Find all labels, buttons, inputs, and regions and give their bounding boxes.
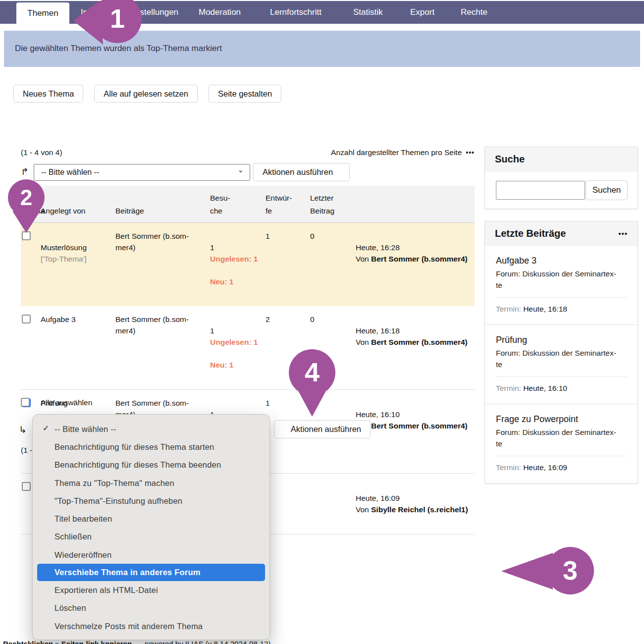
drafts-count: 0: [310, 223, 356, 249]
row-checkbox[interactable]: [22, 482, 31, 491]
new-count: Neu: 1: [210, 276, 263, 287]
latest-post-time: Heute, 16:10: [523, 384, 567, 392]
last-post-time: Heute, 16:10: [356, 410, 400, 419]
menu-item-bitte-waehlen[interactable]: ✓ -- Bitte wählen --: [33, 420, 269, 438]
menu-item-exportieren-html[interactable]: Exportieren als HTML-Datei: [33, 581, 269, 599]
latest-post-forum: Forum: Diskussion der Seminartex- te: [496, 268, 627, 291]
per-page-label: Anzahl dargestellter Themen pro Seite: [331, 148, 462, 157]
topic-link[interactable]: Aufgabe 3: [41, 315, 76, 323]
execute-actions-button[interactable]: Aktionen ausführen: [253, 163, 350, 181]
apply-to-selection-icon-bottom: ↳: [19, 424, 27, 435]
latest-post-time: Heute, 16:18: [523, 305, 567, 313]
search-input[interactable]: [496, 181, 585, 200]
unread-count: Ungelesen: 1: [210, 253, 263, 265]
pagination-row: (1 - 4 von 4) Anzahl dargestellter Theme…: [21, 148, 475, 157]
posts-count: 1: [210, 326, 215, 335]
last-post-time: Heute, 16:18: [356, 326, 400, 335]
bulk-action-select-value: -- Bitte wählen --: [41, 168, 99, 177]
menu-item-titel-bearbeiten[interactable]: Titel bearbeiten: [33, 510, 269, 528]
mark-all-read-button[interactable]: Alle auf gelesen setzen: [94, 85, 198, 103]
latest-post-link[interactable]: Aufgabe 3: [496, 256, 627, 266]
bulk-action-dropdown-menu: ✓ -- Bitte wählen -- Benachrichtigung fü…: [32, 414, 270, 640]
tab-export[interactable]: Export: [410, 1, 434, 24]
footer-powered-by: powered by ILIAS (v 8.14 2024-08-12): [145, 640, 270, 644]
forum-admin-page: Themen Info Einstellungen Moderation Ler…: [0, 0, 644, 644]
unread-count: Ungelesen: 1: [210, 336, 263, 348]
tab-themen[interactable]: Themen: [16, 2, 69, 24]
row-checkbox[interactable]: [22, 231, 31, 240]
menu-item-top-thema-machen[interactable]: Thema zu "Top-Thema" machen: [33, 474, 269, 492]
tab-lernfortschritt[interactable]: Lernfortschritt: [270, 1, 322, 24]
row-checkbox[interactable]: [22, 315, 31, 323]
menu-item-schliessen[interactable]: Schließen: [33, 528, 269, 546]
tab-moderation[interactable]: Moderation: [199, 1, 241, 24]
svg-text:3: 3: [563, 555, 578, 585]
col-beitraege: Beiträge: [115, 205, 210, 222]
bulk-action-row-top: ↱ -- Bitte wählen -- ⌄ Aktionen ausführe…: [21, 164, 475, 182]
bulk-action-select[interactable]: -- Bitte wählen -- ⌄: [34, 164, 250, 181]
menu-item-verschmelze-posts[interactable]: Verschmelze Posts mit anderem Thema: [33, 617, 269, 635]
chevron-down-icon: ⌄: [237, 165, 244, 174]
topic-author: Bert Sommer (b.som- mer4): [115, 223, 210, 261]
last-post-author[interactable]: Bert Sommer (b.sommer4): [371, 255, 468, 263]
search-button[interactable]: Suchen: [586, 180, 628, 200]
tab-rechte[interactable]: Rechte: [461, 1, 487, 24]
list-item: Aufgabe 3 Forum: Diskussion der Seminart…: [485, 246, 638, 325]
list-item: Frage zu Powerpoint Forum: Diskussion de…: [485, 404, 638, 483]
col-thema: Thema: [21, 205, 41, 222]
menu-item-benachrichtigung-beenden[interactable]: Benachrichtigung für dieses Thema beende…: [33, 456, 269, 474]
menu-item-loeschen[interactable]: Löschen: [33, 599, 269, 617]
latest-post-link[interactable]: Prüfung: [496, 335, 627, 345]
menu-item-verschiebe-thema[interactable]: Verschiebe Thema in anderes Forum: [37, 564, 265, 581]
latest-posts-panel: Letzte Beiträge ••• Aufgabe 3 Forum: Dis…: [484, 221, 638, 483]
tab-statistik[interactable]: Statistik: [353, 1, 383, 24]
visits-count: 1: [266, 474, 310, 500]
status-banner-text: Die gewählten Themen wurden als Top-Them…: [15, 44, 222, 54]
topic-author: Bert Sommer (b.som- mer4): [115, 306, 210, 344]
new-topic-button[interactable]: Neues Thema: [13, 85, 83, 103]
posts-count: 1: [210, 243, 215, 252]
latest-post-time: Heute, 16:09: [523, 463, 567, 472]
table-header-row: Thema Angelegt von Beiträge Besu- che En…: [21, 186, 475, 223]
drafts-count: 0: [310, 390, 356, 416]
latest-post-forum: Forum: Diskussion der Seminartex- te: [496, 427, 627, 449]
search-panel: Suche Suchen: [484, 147, 638, 209]
latest-posts-menu-icon[interactable]: •••: [618, 229, 628, 238]
list-item: Prüfung Forum: Diskussion der Seminartex…: [485, 325, 638, 404]
last-post-author[interactable]: Bert Sommer (b.sommer4): [371, 422, 468, 430]
status-banner: Die gewählten Themen wurden als Top-Them…: [4, 31, 640, 67]
design-page-button[interactable]: Seite gestalten: [209, 85, 281, 103]
table-row: Musterlösung ['Top-Thema'] Bert Sommer (…: [21, 223, 475, 306]
per-page-menu-icon[interactable]: •••: [466, 149, 475, 157]
toolbar: Neues Thema Alle auf gelesen setzen Seit…: [13, 85, 281, 103]
drafts-count: 0: [310, 306, 356, 332]
last-post-time: Heute, 16:09: [356, 494, 400, 502]
check-icon: ✓: [43, 424, 50, 433]
topic-link[interactable]: Musterlösung: [41, 243, 87, 252]
select-all-label: Alle auswählen: [41, 398, 92, 407]
col-entwuerfe: Entwür- fe: [266, 192, 310, 222]
latest-post-link[interactable]: Frage zu Powerpoint: [496, 414, 627, 425]
col-letzter-beitrag: Letzter Beitrag: [310, 192, 356, 222]
new-count: Neu: 1: [210, 359, 263, 371]
last-post-author[interactable]: Bert Sommer (b.sommer4): [371, 338, 468, 346]
tab-info[interactable]: Info: [81, 1, 95, 24]
visits-count: 1: [266, 223, 310, 249]
visits-count: 1: [266, 390, 310, 416]
execute-actions-button-bottom[interactable]: Aktionen ausführen: [274, 420, 371, 438]
latest-posts-title: Letzte Beiträge: [495, 228, 566, 239]
tab-bar: Themen Info Einstellungen Moderation Ler…: [0, 1, 644, 24]
drafts-count: [310, 474, 356, 488]
topic-tag: ['Top-Thema']: [41, 253, 112, 265]
footer-hint: Rechtsklicken » Seiten-link kopieren: [3, 640, 132, 644]
last-post-author[interactable]: Sibylle Reichel (s.reichel1): [371, 505, 468, 514]
search-panel-title: Suche: [495, 154, 525, 165]
select-all-row: Alle auswählen: [21, 398, 92, 407]
menu-item-benachrichtigung-starten[interactable]: Benachrichtigung für dieses Thema starte…: [33, 438, 269, 456]
apply-to-selection-icon: ↱: [21, 166, 29, 177]
select-all-checkbox[interactable]: [21, 398, 30, 407]
col-besuche: Besu- che: [210, 192, 266, 222]
menu-item-wiedereroeffnen[interactable]: Wiedereröffnen: [33, 546, 269, 564]
tab-einstellungen[interactable]: Einstellungen: [128, 1, 178, 24]
menu-item-top-thema-aufheben[interactable]: "Top-Thema"-Einstufung aufheben: [33, 492, 269, 510]
